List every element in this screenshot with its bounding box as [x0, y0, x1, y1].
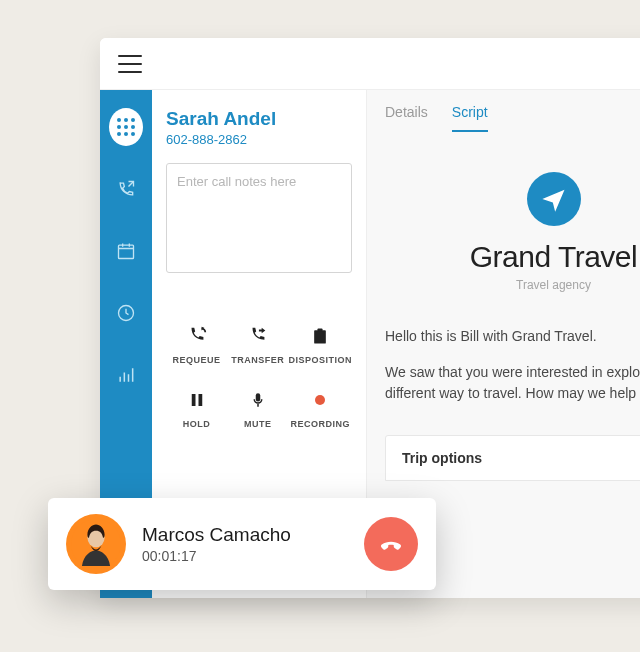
stats-button[interactable] — [109, 358, 143, 392]
trip-options-label: Trip options — [402, 450, 482, 466]
brand-subtitle: Travel agency — [367, 278, 640, 292]
plane-icon — [540, 185, 568, 213]
bars-icon — [116, 365, 136, 385]
script-line: We saw that you were interested in explo… — [385, 362, 640, 384]
active-call-name: Marcos Camacho — [142, 524, 348, 546]
disposition-button[interactable]: DISPOSITION — [288, 323, 352, 365]
call-actions: REQUEUE TRANSFER DISPOSITION — [166, 323, 352, 429]
calendar-icon — [116, 241, 136, 261]
menu-icon[interactable] — [118, 55, 142, 73]
svg-rect-5 — [198, 394, 202, 406]
active-call-duration: 00:01:17 — [142, 548, 348, 564]
caller-name: Sarah Andel — [166, 108, 352, 130]
avatar-placeholder-icon — [71, 519, 121, 569]
requeue-button[interactable]: REQUEUE — [166, 323, 227, 365]
tabs: Details Script — [367, 90, 640, 132]
recording-label: RECORDING — [290, 419, 350, 429]
call-back-button[interactable] — [109, 172, 143, 206]
mic-icon — [245, 387, 271, 413]
svg-rect-7 — [257, 404, 259, 407]
svg-rect-3 — [318, 329, 323, 332]
tab-script[interactable]: Script — [452, 104, 488, 132]
script-line: Hello this is Bill with Grand Travel. — [385, 326, 640, 348]
svg-rect-6 — [256, 393, 261, 401]
trip-options-card[interactable]: Trip options — [385, 435, 640, 481]
dialpad-icon — [109, 108, 143, 146]
transfer-label: TRANSFER — [231, 355, 284, 365]
svg-rect-0 — [119, 245, 134, 258]
top-bar — [100, 38, 640, 90]
calendar-button[interactable] — [109, 234, 143, 268]
transfer-button[interactable]: TRANSFER — [227, 323, 288, 365]
requeue-icon — [184, 323, 210, 349]
brand-name: Grand Travel — [367, 240, 640, 274]
requeue-label: REQUEUE — [173, 355, 221, 365]
script-line: different way to travel. How may we help… — [385, 383, 640, 405]
hold-button[interactable]: HOLD — [166, 387, 227, 429]
clipboard-icon — [307, 323, 333, 349]
brand-logo — [527, 172, 581, 226]
phone-arrow-icon — [116, 179, 136, 199]
hold-label: HOLD — [183, 419, 211, 429]
hangup-button[interactable] — [364, 517, 418, 571]
svg-rect-2 — [314, 330, 326, 343]
mute-button[interactable]: MUTE — [227, 387, 288, 429]
hangup-icon — [378, 531, 404, 557]
tab-details[interactable]: Details — [385, 104, 428, 132]
record-icon — [307, 387, 333, 413]
clock-icon — [116, 303, 136, 323]
avatar — [66, 514, 126, 574]
mute-label: MUTE — [244, 419, 272, 429]
call-notes-input[interactable] — [166, 163, 352, 273]
recording-button[interactable]: RECORDING — [288, 387, 352, 429]
dialpad-button[interactable] — [109, 110, 143, 144]
history-button[interactable] — [109, 296, 143, 330]
pause-icon — [184, 387, 210, 413]
script-text: Hello this is Bill with Grand Travel. We… — [367, 292, 640, 419]
disposition-label: DISPOSITION — [288, 355, 352, 365]
caller-phone: 602-888-2862 — [166, 132, 352, 147]
brand-block: Grand Travel Travel agency — [367, 172, 640, 292]
svg-rect-4 — [191, 394, 195, 406]
call-chip-text: Marcos Camacho 00:01:17 — [142, 524, 348, 564]
transfer-icon — [245, 323, 271, 349]
active-call-chip: Marcos Camacho 00:01:17 — [48, 498, 436, 590]
